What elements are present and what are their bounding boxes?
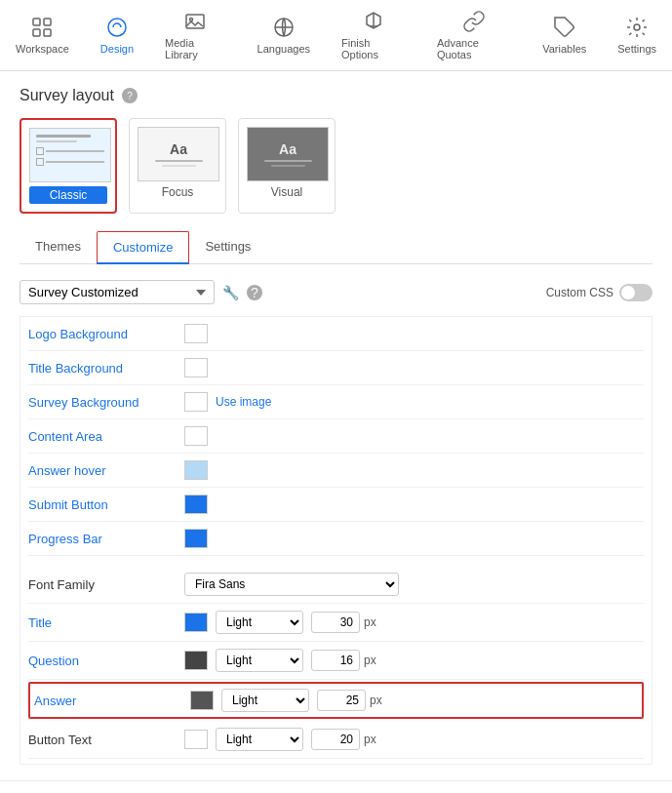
title-weight-select[interactable]: Light xyxy=(216,611,303,634)
nav-design[interactable]: Design xyxy=(85,12,149,59)
toggle-knob xyxy=(621,286,635,299)
nav-languages[interactable]: Languages xyxy=(242,12,326,59)
title-background-swatch[interactable] xyxy=(184,358,208,377)
font-row-button-text: Button Text Light px xyxy=(28,721,644,759)
answer-size-input[interactable] xyxy=(317,690,366,711)
layout-card-focus[interactable]: Aa Focus xyxy=(129,118,226,214)
button-text-size-input[interactable] xyxy=(311,729,360,750)
svg-rect-1 xyxy=(44,19,51,25)
answer-weight-select[interactable]: Light xyxy=(221,689,309,712)
svg-point-6 xyxy=(190,19,193,21)
font-row-answer: Answer Light px xyxy=(28,682,644,719)
tab-customize[interactable]: Customize xyxy=(97,231,189,264)
customize-help-icon[interactable]: ? xyxy=(247,285,262,300)
nav-settings[interactable]: Settings xyxy=(602,12,672,59)
use-image-link[interactable]: Use image xyxy=(216,395,271,409)
main-content: Survey layout ? Classic Aa xyxy=(0,71,672,780)
section-title: Survey layout ? xyxy=(20,87,652,104)
color-row-progress: Progress Bar xyxy=(28,522,644,556)
color-row-content: Content Area xyxy=(28,419,644,454)
title-size-input[interactable] xyxy=(311,612,360,633)
question-weight-select[interactable]: Light xyxy=(216,649,303,672)
bottom-bar: Save & Apply Save As xyxy=(0,780,672,793)
svg-rect-3 xyxy=(44,29,51,36)
font-family-select[interactable]: Fira Sans xyxy=(184,573,399,596)
top-nav: Workspace Design Media Library Languages… xyxy=(0,0,672,71)
tabs: Themes Customize Settings xyxy=(20,231,652,264)
tab-themes[interactable]: Themes xyxy=(20,231,97,263)
custom-css-toggle: Custom CSS xyxy=(546,284,652,301)
question-color-swatch[interactable] xyxy=(184,651,208,670)
color-row-survey: Survey Background Use image xyxy=(28,385,644,419)
layout-card-classic[interactable]: Classic xyxy=(20,118,117,214)
theme-select[interactable]: Survey Customized xyxy=(20,280,215,304)
nav-variables[interactable]: Variables xyxy=(527,12,602,59)
title-color-swatch[interactable] xyxy=(184,613,208,632)
nav-workspace[interactable]: Workspace xyxy=(0,12,85,59)
submit-button-swatch[interactable] xyxy=(184,495,208,514)
help-icon[interactable]: ? xyxy=(122,88,138,103)
wrench-icon[interactable]: 🔧 xyxy=(222,285,239,300)
progress-bar-swatch[interactable] xyxy=(184,529,208,548)
color-row-logo: Logo Background xyxy=(28,317,644,351)
color-row-title: Title Background xyxy=(28,351,644,385)
nav-finish-options[interactable]: Finish Options xyxy=(326,6,421,64)
svg-rect-2 xyxy=(33,29,40,36)
layout-cards: Classic Aa Focus Aa Visual xyxy=(20,118,652,214)
svg-point-4 xyxy=(108,19,126,36)
answer-hover-swatch[interactable] xyxy=(184,460,208,480)
customize-header: Survey Customized 🔧 ? Custom CSS xyxy=(20,280,652,304)
svg-point-8 xyxy=(634,24,640,30)
nav-advance-quotas[interactable]: Advance Quotas xyxy=(421,6,527,64)
font-row-question: Question Light px xyxy=(28,642,644,680)
button-text-color-swatch[interactable] xyxy=(184,730,208,749)
tab-settings[interactable]: Settings xyxy=(189,231,266,263)
svg-rect-0 xyxy=(33,19,40,25)
customize-scroll-area[interactable]: Logo Background Title Background Survey … xyxy=(20,316,652,765)
font-family-row: Font Family Fira Sans xyxy=(28,566,644,604)
custom-css-switch[interactable] xyxy=(619,284,652,301)
arrow-indicator: ← xyxy=(650,688,652,713)
nav-media-library[interactable]: Media Library xyxy=(149,6,241,64)
layout-card-visual[interactable]: Aa Visual xyxy=(238,118,336,214)
font-row-title: Title Light px xyxy=(28,604,644,642)
question-size-input[interactable] xyxy=(311,650,360,671)
font-row-validation: Validation Message Light px xyxy=(28,759,644,765)
button-text-weight-select[interactable]: Light xyxy=(216,728,303,751)
color-row-hover: Answer hover xyxy=(28,454,644,488)
color-row-submit: Submit Button xyxy=(28,488,644,522)
survey-background-swatch[interactable] xyxy=(184,392,208,412)
answer-color-swatch[interactable] xyxy=(190,691,214,710)
logo-background-swatch[interactable] xyxy=(184,324,208,343)
content-area-swatch[interactable] xyxy=(184,426,208,446)
